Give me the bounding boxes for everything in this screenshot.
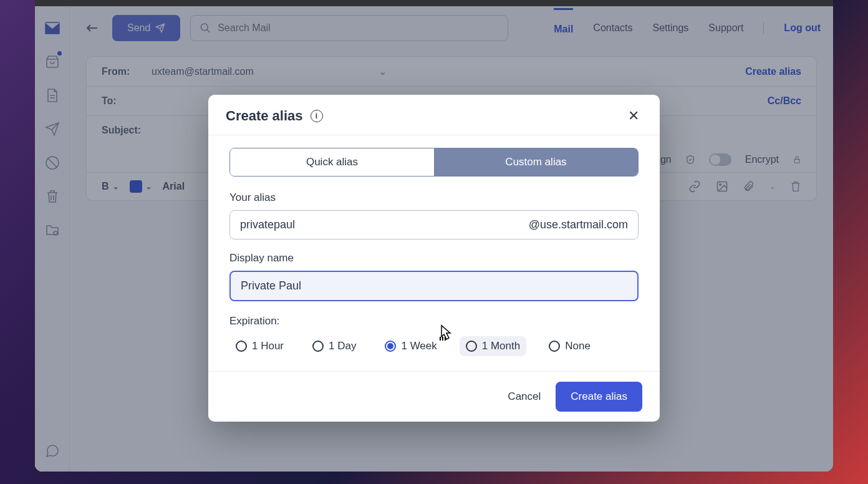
radio-label: None xyxy=(565,340,591,352)
modal-body: Quick alias Custom alias Your alias @use… xyxy=(208,135,660,371)
tab-quick-alias[interactable]: Quick alias xyxy=(230,148,434,176)
create-alias-button[interactable]: Create alias xyxy=(556,382,642,412)
radio-label: 1 Month xyxy=(482,340,520,352)
tab-custom-alias[interactable]: Custom alias xyxy=(434,148,638,176)
radio-1-week[interactable]: 1 Week xyxy=(379,336,443,356)
alias-domain: @use.startmail.com xyxy=(529,218,628,231)
expiration-label: Expiration: xyxy=(229,315,639,327)
alias-type-tabs: Quick alias Custom alias xyxy=(229,148,639,177)
modal-header: Create alias i ✕ xyxy=(208,95,660,135)
radio-circle xyxy=(466,341,477,352)
modal-title: Create alias xyxy=(226,108,303,124)
radio-circle xyxy=(312,341,324,352)
radio-none[interactable]: None xyxy=(542,336,597,356)
cancel-button[interactable]: Cancel xyxy=(508,390,541,403)
radio-1-hour[interactable]: 1 Hour xyxy=(229,336,290,356)
radio-circle xyxy=(385,341,396,352)
alias-label: Your alias xyxy=(229,191,639,204)
modal-footer: Cancel Create alias xyxy=(208,371,660,422)
radio-1-month[interactable]: 1 Month xyxy=(460,336,526,356)
radio-circle xyxy=(549,341,560,352)
display-name-label: Display name xyxy=(229,252,639,264)
expiration-options: 1 Hour 1 Day 1 Week 1 Month xyxy=(229,336,639,356)
alias-input-box[interactable]: @use.startmail.com xyxy=(229,210,639,240)
info-icon[interactable]: i xyxy=(311,110,323,122)
display-name-box[interactable] xyxy=(229,271,639,301)
alias-input[interactable] xyxy=(240,218,529,231)
radio-circle xyxy=(236,341,247,352)
radio-label: 1 Week xyxy=(401,340,436,352)
radio-1-day[interactable]: 1 Day xyxy=(306,336,362,356)
display-name-input[interactable] xyxy=(241,279,627,293)
create-alias-modal: Create alias i ✕ Quick alias Custom alia… xyxy=(208,95,660,422)
modal-overlay: Create alias i ✕ Quick alias Custom alia… xyxy=(35,6,833,472)
radio-label: 1 Day xyxy=(329,340,356,352)
radio-label: 1 Hour xyxy=(252,340,284,352)
close-button[interactable]: ✕ xyxy=(625,107,642,125)
